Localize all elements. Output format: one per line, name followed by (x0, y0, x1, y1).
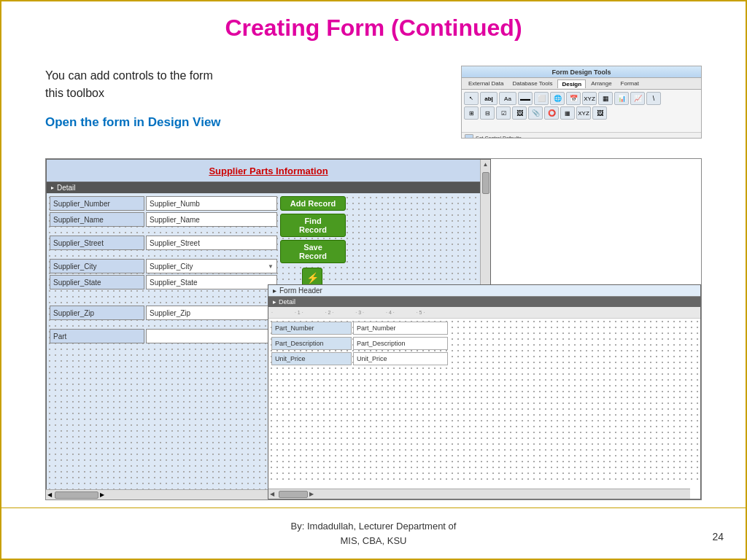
ribbon-ab-btn[interactable]: ab| (480, 92, 498, 105)
ribbon-btn-11[interactable]: \ (646, 92, 661, 105)
label-supplier-state: Supplier_State (50, 275, 144, 289)
ribbon-btn-7[interactable]: XYZ (582, 92, 597, 105)
footer-line1: By: Imdadullah, Lecturer Department of (291, 519, 457, 534)
ribbon-title: Form Design Tools (462, 66, 701, 78)
left-description: You can add controls to the form this to… (45, 67, 322, 130)
form-design-container: Supplier Parts Information ▸ Detail Supp… (45, 158, 702, 500)
subform-label-unit-price: Unit_Price (271, 352, 352, 365)
label-part: Part (50, 329, 144, 343)
control-defaults-icon (465, 134, 473, 139)
subform-input-part-desc[interactable]: Part_Description (353, 337, 448, 350)
input-supplier-name[interactable]: Supplier_Name (146, 212, 277, 227)
label-supplier-zip: Supplier_Zip (50, 306, 144, 320)
description-line1: You can add controls to the form (45, 69, 213, 82)
main-scroll-left[interactable]: ◀ (46, 490, 53, 499)
save-record-button[interactable]: Save Record (280, 240, 346, 263)
ribbon-tab-external[interactable]: External Data (465, 79, 507, 88)
main-scroll-right[interactable]: ▶ (98, 490, 106, 499)
input-supplier-state[interactable]: Supplier_State (146, 275, 277, 289)
form-header-label: Form Header (279, 287, 322, 295)
footer-line2: MIS, CBA, KSU (291, 534, 457, 548)
icon-btn-symbol: ⚡ (306, 272, 319, 284)
label-supplier-street: Supplier_Street (50, 236, 144, 250)
ribbon-btn-9[interactable]: 📊 (614, 92, 629, 105)
subform-input-unit-price[interactable]: Unit_Price (353, 352, 448, 365)
detail-arrow: ▸ (51, 184, 54, 191)
subform-row-part-number: Part_Number Part_Number (271, 322, 697, 335)
description-line2: this toolbox (45, 87, 104, 99)
ribbon-tab-arrange[interactable]: Arrange (587, 79, 615, 88)
ribbon-body: ↖ ab| Aa ▬▬ ⬜ 🌐 📅 XYZ ▦ 📊 📈 \ ⊞ ⊟ ☑ 🖼 📎 … (462, 90, 701, 132)
find-record-button[interactable]: Find Record (280, 214, 346, 237)
form-inputs-col: Supplier_Numb Supplier_Name Supplier_Str… (146, 196, 277, 343)
ribbon-btn-12[interactable]: ⊞ (464, 106, 479, 120)
input-supplier-number[interactable]: Supplier_Numb (146, 196, 277, 211)
ribbon-row-1: ↖ ab| Aa ▬▬ ⬜ 🌐 📅 XYZ ▦ 📊 📈 \ (464, 92, 699, 105)
supplier-form-title: Supplier Parts Information (209, 166, 328, 176)
label-supplier-name: Supplier_Name (50, 212, 144, 227)
input-part[interactable] (146, 329, 277, 343)
scroll-left-arrow[interactable]: ◀ (268, 489, 276, 499)
ribbon-btn-17[interactable]: ⭕ (544, 106, 559, 120)
scrollbar-thumb[interactable] (482, 172, 489, 194)
form-header-arrow: ▸ (273, 287, 276, 295)
design-view-label: Open the form in Design View (45, 115, 322, 130)
ribbon-btn-6[interactable]: 📅 (566, 92, 581, 105)
subform-input-part-number[interactable]: Part_Number (353, 322, 448, 335)
ribbon-aa-btn[interactable]: Aa (499, 92, 516, 105)
ribbon-btn-18[interactable]: ▦ (560, 106, 575, 120)
ribbon-tab-database[interactable]: Database Tools (508, 79, 556, 88)
subform-header-bar: ▸ Form Header (268, 285, 700, 297)
page-number: 24 (712, 531, 724, 542)
subform-detail-label: Detail (279, 298, 295, 306)
subform-row-unit-price: Unit_Price Unit_Price (271, 352, 697, 365)
supplier-form-header: Supplier Parts Information (47, 160, 490, 182)
ruler-bar: · · 1 · · 2 · · 3 · · 4 · · 5 · (268, 307, 700, 319)
input-supplier-city[interactable]: Supplier_City ▼ (146, 259, 277, 273)
input-supplier-zip[interactable]: Supplier_Zip (146, 306, 277, 320)
ribbon-btn-19[interactable]: XYZ (576, 106, 591, 120)
main-scrollbar-h[interactable]: ◀ ▶ (46, 489, 268, 499)
ribbon-btn-16[interactable]: 📎 (528, 106, 543, 120)
detail-label: Detail (57, 184, 76, 192)
ribbon-tab-design[interactable]: Design (557, 79, 586, 88)
label-supplier-city: Supplier_City (50, 259, 144, 273)
scroll-right-arrow[interactable]: ▶ (308, 489, 315, 499)
ribbon-btn-20[interactable]: 🖼 (592, 106, 607, 120)
subform-row-part-desc: Part_Description Part_Description (271, 337, 697, 350)
ribbon-btn-3[interactable]: ▬▬ (518, 92, 533, 105)
add-record-button[interactable]: Add Record (280, 196, 346, 211)
ribbon-area: Form Design Tools External Data Database… (461, 66, 702, 139)
footer: By: Imdadullah, Lecturer Department of M… (1, 508, 746, 559)
input-supplier-street[interactable]: Supplier_Street (146, 236, 277, 250)
ribbon-btn-10[interactable]: 📈 (630, 92, 645, 105)
subform-detail-arrow: ▸ (273, 298, 276, 306)
ribbon-btn-4[interactable]: ⬜ (534, 92, 549, 105)
ribbon-tabs: External Data Database Tools Design Arra… (462, 78, 701, 90)
label-supplier-number: Supplier_Number (50, 196, 144, 211)
city-dropdown-arrow: ▼ (268, 263, 274, 270)
form-labels-col: Supplier_Number Supplier_Name Supplier_S… (50, 196, 144, 343)
main-scrollbar-thumb[interactable] (55, 491, 98, 499)
page-title: Creating Form (Continued) (1, 1, 746, 49)
ribbon-tab-format[interactable]: Format (617, 79, 643, 88)
ribbon-cursor-btn[interactable]: ↖ (464, 92, 479, 105)
ribbon-btn-13[interactable]: ⊟ (480, 106, 495, 120)
ribbon-btn-5[interactable]: 🌐 (550, 92, 565, 105)
ribbon-btn-14[interactable]: ☑ (496, 106, 511, 120)
ribbon-controls: Set Control Defaults Use Control Wizards… (462, 132, 701, 139)
control-defaults[interactable]: Set Control Defaults (465, 134, 698, 139)
scroll-up-arrow[interactable]: ▲ (481, 160, 490, 169)
subform-detail-bar: ▸ Detail (268, 297, 700, 307)
ribbon-btn-8[interactable]: ▦ (598, 92, 613, 105)
subform-scrollbar-h[interactable]: ◀ ▶ (268, 489, 690, 499)
subform-label-part-desc: Part_Description (271, 337, 352, 350)
ribbon-btn-15[interactable]: 🖼 (512, 106, 527, 120)
supplier-detail-bar: ▸ Detail (47, 182, 490, 193)
scrollbar-h-thumb[interactable] (279, 491, 308, 498)
subform-container: ▸ Form Header ▸ Detail · · 1 · · 2 · · 3… (268, 284, 701, 499)
action-buttons: Add Record Find Record Save Record ⚡ (280, 196, 346, 288)
subform-fields: Part_Number Part_Number Part_Description… (268, 319, 700, 484)
subform-label-part-number: Part_Number (271, 322, 352, 335)
ribbon-row-2: ⊞ ⊟ ☑ 🖼 📎 ⭕ ▦ XYZ 🖼 (464, 106, 699, 120)
